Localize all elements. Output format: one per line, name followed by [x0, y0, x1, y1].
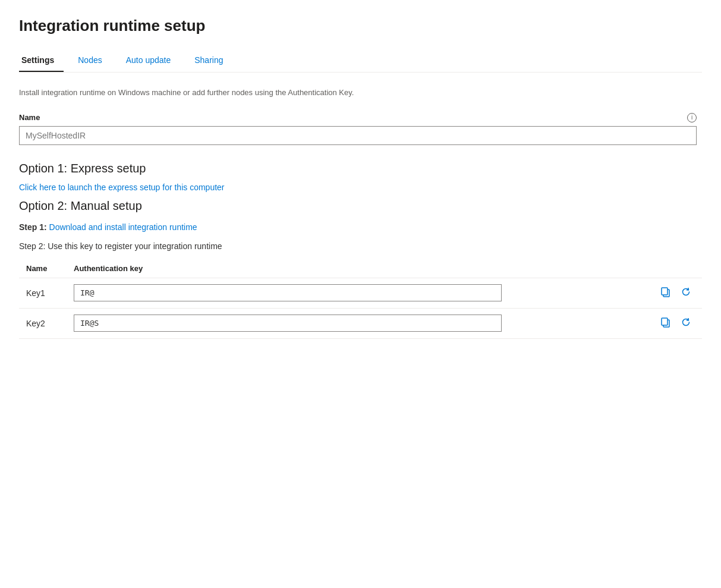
- table-header-row: Name Authentication key: [19, 259, 702, 278]
- name-info-icon[interactable]: i: [687, 113, 697, 122]
- col-name-header: Name: [19, 259, 67, 278]
- key2-input[interactable]: [74, 315, 502, 332]
- key1-name: Key1: [19, 278, 67, 308]
- step1-prefix: Step 1:: [19, 222, 49, 232]
- tab-settings[interactable]: Settings: [19, 49, 64, 72]
- page-container: Integration runtime setup Settings Nodes…: [0, 0, 721, 356]
- tabs-bar: Settings Nodes Auto update Sharing: [19, 49, 702, 73]
- key1-input[interactable]: [74, 284, 502, 301]
- key1-actions: [650, 278, 702, 308]
- svg-rect-1: [662, 288, 668, 295]
- name-label: Name: [19, 113, 40, 122]
- option2-title: Option 2: Manual setup: [19, 199, 702, 213]
- express-setup-link[interactable]: Click here to launch the express setup f…: [19, 183, 225, 192]
- svg-rect-3: [662, 318, 668, 325]
- keys-table: Name Authentication key Key1: [19, 259, 702, 339]
- key2-input-cell: [67, 308, 650, 338]
- copy-icon: [660, 287, 671, 297]
- step2-text: Step 2: Use this key to register your in…: [19, 241, 702, 251]
- tab-sharing[interactable]: Sharing: [192, 49, 232, 72]
- table-row: Key1: [19, 278, 702, 308]
- key2-refresh-button[interactable]: [677, 315, 695, 332]
- tab-nodes[interactable]: Nodes: [75, 49, 111, 72]
- table-row: Key2: [19, 308, 702, 338]
- name-field-header: Name i: [19, 113, 697, 122]
- option1-section: Option 1: Express setup Click here to la…: [19, 162, 702, 192]
- key1-input-cell: [67, 278, 650, 308]
- download-runtime-link[interactable]: Download and install integration runtime: [49, 222, 197, 232]
- page-title: Integration runtime setup: [19, 17, 702, 35]
- key1-refresh-button[interactable]: [677, 284, 695, 302]
- refresh-icon: [681, 287, 691, 297]
- key2-actions: [650, 308, 702, 338]
- key2-copy-button[interactable]: [657, 315, 675, 332]
- name-input[interactable]: [19, 126, 697, 145]
- key2-name: Key2: [19, 308, 67, 338]
- tab-autoupdate[interactable]: Auto update: [124, 49, 181, 72]
- copy-icon: [660, 317, 671, 328]
- key1-copy-button[interactable]: [657, 284, 675, 302]
- col-key-header: Authentication key: [67, 259, 650, 278]
- option1-title: Option 1: Express setup: [19, 162, 702, 175]
- step1-text: Step 1: Download and install integration…: [19, 222, 702, 232]
- refresh-icon: [681, 317, 691, 328]
- settings-description: Install integration runtime on Windows m…: [19, 87, 435, 99]
- option2-section: Option 2: Manual setup Step 1: Download …: [19, 199, 702, 339]
